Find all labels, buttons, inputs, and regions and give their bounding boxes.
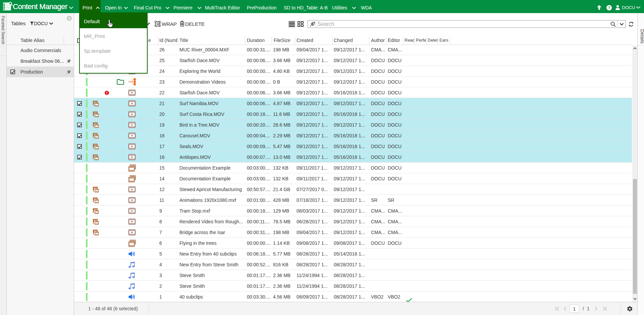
svg-text:?: ? — [608, 6, 610, 10]
